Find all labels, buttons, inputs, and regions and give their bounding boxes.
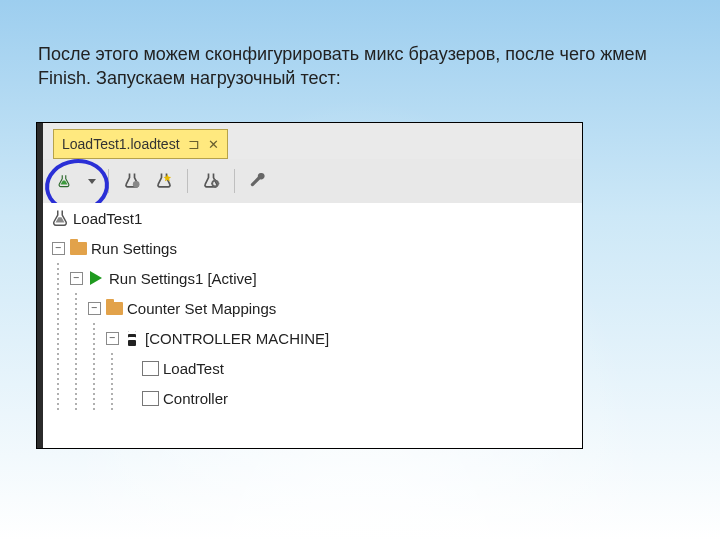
tree-node-run-settings[interactable]: − Run Settings [43, 233, 582, 263]
separator [187, 169, 188, 193]
loadtest-tree: LoadTest1 − Run Settings − Run Settings1… [43, 203, 582, 448]
tree-leaf-controller[interactable]: Controller [43, 383, 582, 413]
tree-label: Run Settings [91, 240, 177, 257]
tree-label: Run Settings1 [Active] [109, 270, 257, 287]
caption-text: После этого можем сконфигурировать микс … [38, 42, 658, 91]
tree-node-counter-mappings[interactable]: − Counter Set Mappings [43, 293, 582, 323]
tree-label: LoadTest1 [73, 210, 142, 227]
tree-label: Counter Set Mappings [127, 300, 276, 317]
properties-wrench-icon[interactable] [247, 170, 269, 192]
separator [234, 169, 235, 193]
expander-icon[interactable]: − [52, 242, 65, 255]
run-loadtest-icon[interactable] [53, 170, 75, 192]
tree-node-run-settings1[interactable]: − Run Settings1 [Active] [43, 263, 582, 293]
tree-node-controller-machine[interactable]: − [CONTROLLER MACHINE] [43, 323, 582, 353]
run-dropdown-icon[interactable] [88, 179, 96, 184]
document-tab-loadtest1[interactable]: LoadTest1.loadtest ⊐ ✕ [53, 129, 228, 159]
counter-set-icon [141, 389, 159, 407]
tree-label: LoadTest [163, 360, 224, 377]
tree-leaf-loadtest[interactable]: LoadTest [43, 353, 582, 383]
folder-icon [105, 299, 123, 317]
expander-icon[interactable]: − [88, 302, 101, 315]
flask-icon [51, 209, 69, 227]
add-loadtest-icon[interactable] [153, 170, 175, 192]
document-tab-bar: LoadTest1.loadtest ⊐ ✕ [43, 123, 582, 159]
screenshot-panel: LoadTest1.loadtest ⊐ ✕ [36, 122, 583, 449]
svg-point-0 [133, 181, 140, 188]
expander-icon[interactable]: − [106, 332, 119, 345]
loadtest-toolbar [43, 159, 582, 204]
close-icon[interactable]: ✕ [208, 137, 219, 152]
tree-label: [CONTROLLER MACHINE] [145, 330, 329, 347]
separator [108, 169, 109, 193]
expander-icon[interactable]: − [70, 272, 83, 285]
pin-icon[interactable]: ⊐ [188, 136, 200, 152]
tab-title: LoadTest1.loadtest [62, 136, 180, 152]
folder-icon [69, 239, 87, 257]
tree-label: Controller [163, 390, 228, 407]
test-settings-icon[interactable] [200, 170, 222, 192]
counter-set-icon [141, 359, 159, 377]
play-icon [87, 269, 105, 287]
server-icon [123, 329, 141, 347]
manage-counters-icon[interactable] [121, 170, 143, 192]
tree-root-loadtest1[interactable]: LoadTest1 [43, 203, 582, 233]
